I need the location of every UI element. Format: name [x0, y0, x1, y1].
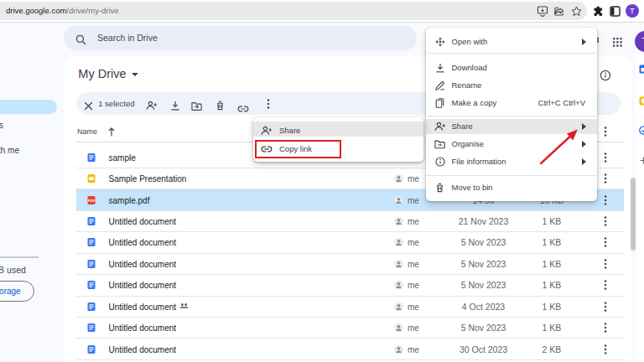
svg-text:PDF: PDF	[88, 198, 96, 202]
